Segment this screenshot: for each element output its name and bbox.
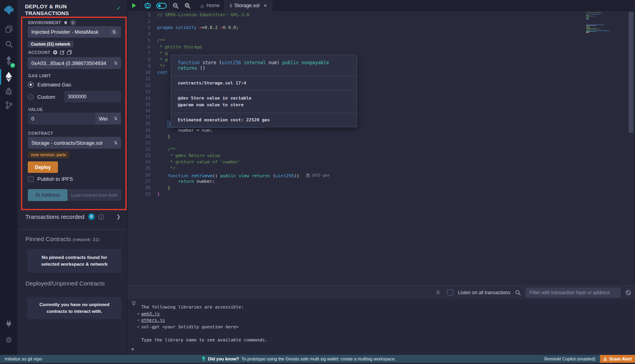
transactions-recorded-label: Transactions recorded — [25, 213, 85, 220]
terminal-line: ethers.js — [141, 317, 267, 324]
terminal-lines: The following libraries are accessible:w… — [141, 304, 267, 343]
solidity-compiler-icon[interactable]: ✓ — [0, 55, 17, 67]
scrollbar-thumb[interactable] — [629, 12, 633, 133]
pinned-contracts-heading: Pinned Contracts (network: 31) — [25, 236, 99, 242]
plug-icon[interactable] — [64, 21, 68, 25]
remix-ide-window: ✓ ⚙ DEPLOY & RUN TRANSACTIONS ✓ ❯ ◫ ENVI… — [0, 0, 635, 364]
plugin-manager-icon[interactable] — [0, 319, 17, 329]
line-number: 4 — [127, 31, 150, 37]
value-label: VALUE — [28, 107, 43, 112]
line-number: 29 — [127, 191, 150, 197]
line-number: 26 — [127, 172, 150, 178]
compile-success-badge: ✓ — [10, 63, 15, 68]
custom-gas-input[interactable] — [68, 94, 117, 100]
settings-icon[interactable]: ⚙ — [0, 335, 17, 345]
line-number: 1 — [127, 12, 150, 18]
function-hover-tooltip: function store (uint256 internal num) pu… — [171, 55, 357, 127]
code-line: // SPDX-License-Identifier: GPL-3.0 — [157, 12, 329, 18]
code-line: } — [157, 185, 329, 191]
line-number: 21 — [127, 140, 150, 146]
line-number: 8 — [127, 57, 150, 63]
environment-label: ENVIRONMENT i — [28, 20, 76, 25]
sign-message-icon[interactable] — [60, 50, 65, 55]
code-line: } — [157, 191, 329, 197]
remix-logo-icon[interactable] — [0, 3, 17, 16]
run-script-icon[interactable] — [127, 0, 141, 11]
zoom-out-icon[interactable] — [169, 0, 181, 11]
copilot-status[interactable]: RemixAI Copilot (enabled) — [545, 355, 595, 363]
select-arrows-icon: ⇅ — [114, 61, 117, 66]
terminal-link[interactable]: web3.js — [141, 311, 160, 316]
code-line — [157, 18, 329, 25]
line-number: 24 — [127, 159, 150, 165]
scam-alert-button[interactable]: ⚠ Scam Alert — [600, 355, 635, 363]
line-number: 16 — [127, 108, 150, 114]
file-explorer-icon[interactable] — [0, 24, 17, 34]
copilot-toggle[interactable] — [154, 0, 169, 11]
transaction-filter-input[interactable] — [525, 287, 621, 298]
at-address-button[interactable]: At Address — [28, 189, 67, 201]
value-field — [28, 113, 95, 125]
environment-info-icon[interactable]: i — [70, 20, 76, 25]
zoom-in-icon[interactable] — [181, 0, 193, 11]
debugger-icon[interactable] — [0, 86, 17, 97]
add-account-icon[interactable] — [53, 50, 58, 55]
estimated-gas-radio[interactable] — [28, 82, 34, 88]
pinned-contracts-empty-state: No pinned contracts found for selected w… — [27, 249, 121, 273]
terminal-link[interactable]: ethers.js — [141, 318, 165, 323]
terminal-output[interactable]: The following libraries are accessible:w… — [127, 299, 635, 355]
at-address-input[interactable] — [71, 192, 118, 198]
solidity-file-icon: S — [229, 4, 232, 8]
publish-to-ipfs-row: Publish to IPFS — [28, 176, 73, 182]
minimap[interactable] — [586, 12, 612, 33]
deployed-contracts-heading: Deployed/Unpinned Contracts — [25, 280, 105, 287]
custom-gas-radio[interactable] — [28, 94, 34, 100]
line-number: 18 — [127, 121, 150, 127]
line-number: 3 — [127, 25, 150, 31]
close-tab-icon[interactable]: ✕ — [264, 3, 267, 8]
copy-address-icon[interactable] — [67, 50, 72, 55]
editor-tab-bar: ⌂ Home S Storage.sol ✕ — [127, 0, 634, 11]
contract-label: CONTRACT — [28, 131, 53, 136]
deploy-and-run-icon[interactable] — [0, 71, 17, 83]
publish-ipfs-checkbox[interactable] — [28, 176, 34, 182]
line-number: 6 — [127, 44, 150, 50]
code-editor[interactable]: 1234567891011121314151617181920212223242… — [127, 11, 634, 285]
gas-estimate-annotation: 2415 gas — [306, 172, 330, 178]
terminal-line: Type the library name to see available c… — [141, 337, 267, 344]
code-line: * @title Storage — [157, 44, 329, 50]
value-input[interactable] — [31, 116, 92, 122]
terminal-tx-count: 0 — [437, 290, 439, 295]
contract-select[interactable]: Storage - contracts/Storage.sol ⇅ — [28, 137, 121, 149]
clear-console-icon[interactable] — [625, 290, 631, 295]
init-git-repo-button[interactable]: Initialize as git repo — [5, 355, 42, 363]
transactions-info-icon[interactable]: i — [98, 214, 104, 220]
remix-ai-icon[interactable] — [141, 0, 154, 11]
terminal-prompt[interactable]: > — [131, 347, 134, 352]
gas-limit-label: GAS LIMIT — [28, 73, 51, 78]
search-icon[interactable] — [0, 39, 17, 49]
deploy-button[interactable]: Deploy — [28, 161, 58, 173]
environment-select[interactable]: Injected Provider - MetaMask ⇅ — [28, 26, 121, 38]
code-line — [157, 140, 329, 146]
terminal-line: The following libraries are accessible: — [141, 304, 267, 311]
listen-all-transactions-checkbox[interactable] — [447, 289, 453, 295]
lightbulb-icon — [202, 356, 206, 362]
status-bar: Initialize as git repo Did you know? To … — [0, 355, 635, 363]
line-number: 15 — [127, 102, 150, 108]
account-select[interactable]: 0xA03...85ac4 (0.398673504934 ⇅ — [28, 57, 121, 69]
git-icon[interactable] — [0, 100, 17, 110]
terminal-expand-icon[interactable] — [131, 301, 136, 306]
editor-scrollbar — [628, 11, 634, 285]
panel-divider — [17, 229, 127, 230]
line-number: 20 — [127, 134, 150, 140]
value-unit-select[interactable]: Wei ⇅ — [95, 113, 121, 125]
tab-home[interactable]: ⌂ Home — [196, 0, 224, 11]
code-line: */ — [157, 165, 329, 172]
at-address-field — [67, 189, 121, 201]
line-number: 25 — [127, 165, 150, 172]
tab-storage-sol[interactable]: S Storage.sol ✕ — [224, 0, 272, 11]
select-arrows-icon: ⇅ — [114, 116, 117, 121]
transactions-expand-icon[interactable]: ❯ — [116, 214, 121, 220]
line-number: 9 — [127, 63, 150, 69]
